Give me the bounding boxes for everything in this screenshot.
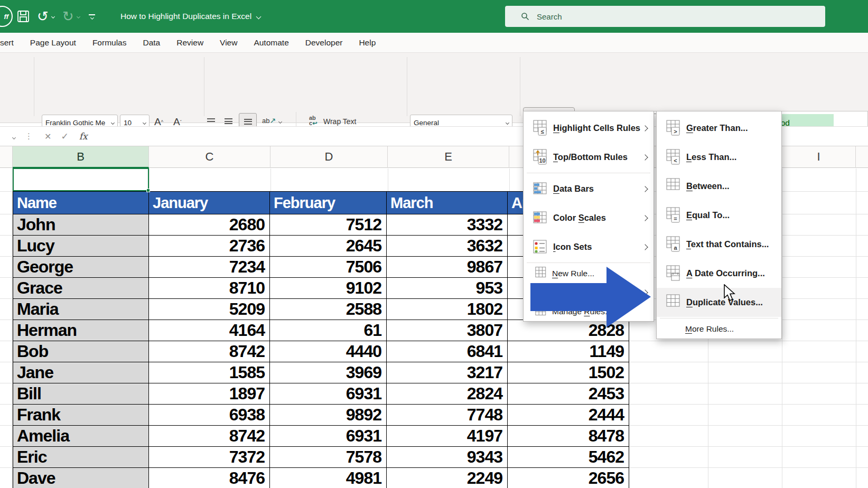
- value-cell[interactable]: 6931: [270, 383, 387, 405]
- value-cell[interactable]: 6841: [387, 341, 508, 362]
- name-cell[interactable]: Maria: [13, 299, 149, 320]
- name-cell[interactable]: Grace: [13, 278, 149, 299]
- name-cell[interactable]: Bob: [13, 341, 149, 362]
- menu-item-greater-than[interactable]: >Greater Than...: [657, 114, 781, 143]
- menu-item-color-scales[interactable]: Color Scales: [524, 203, 654, 232]
- value-cell[interactable]: 8478: [508, 426, 629, 447]
- menu-item-text-that-contains[interactable]: aText that Contains...: [657, 230, 781, 259]
- enter-icon[interactable]: ✓: [61, 131, 68, 142]
- undo-icon[interactable]: ↺: [37, 0, 49, 33]
- menu-tab-review[interactable]: Review: [176, 38, 203, 48]
- value-cell[interactable]: 7506: [270, 257, 387, 278]
- column-header-I[interactable]: I: [782, 146, 856, 168]
- value-cell[interactable]: 2645: [270, 236, 387, 257]
- value-cell[interactable]: 1502: [508, 362, 629, 383]
- value-cell[interactable]: 3217: [387, 362, 508, 383]
- menu-tab-view[interactable]: View: [220, 38, 237, 48]
- value-cell[interactable]: 9343: [387, 447, 508, 468]
- name-cell[interactable]: Herman: [13, 320, 149, 341]
- value-cell[interactable]: 9102: [270, 278, 387, 299]
- document-title[interactable]: How to Highlight Duplicates in Excel: [120, 0, 260, 33]
- menu-item-between[interactable]: Between...: [657, 172, 781, 201]
- value-cell[interactable]: 2249: [387, 468, 508, 488]
- value-cell[interactable]: 7372: [149, 447, 270, 468]
- menu-item-more-rules[interactable]: More Rules...: [657, 320, 781, 339]
- value-cell[interactable]: 2588: [270, 299, 387, 320]
- value-cell[interactable]: 8742: [149, 426, 270, 447]
- menu-tab-page-layout[interactable]: Page Layout: [30, 38, 76, 48]
- row-header-strip[interactable]: [0, 168, 13, 488]
- menu-item-duplicate-values[interactable]: Duplicate Values...: [657, 288, 781, 317]
- menu-item-equal-to[interactable]: =Equal To...: [657, 201, 781, 230]
- name-cell[interactable]: Jane: [13, 362, 149, 383]
- orientation-dropdown-icon[interactable]: [279, 120, 282, 123]
- value-cell[interactable]: 8742: [149, 341, 270, 362]
- name-cell[interactable]: Eric: [13, 447, 149, 468]
- search-input[interactable]: Search: [505, 6, 825, 27]
- value-cell[interactable]: 3632: [387, 236, 508, 257]
- value-cell[interactable]: 2444: [508, 405, 629, 426]
- column-header-C[interactable]: C: [149, 146, 270, 168]
- fill-handle[interactable]: [146, 189, 150, 192]
- value-cell[interactable]: 2453: [508, 383, 629, 405]
- formula-bar-grip-icon[interactable]: ⋮: [25, 132, 33, 141]
- table-header-march[interactable]: March: [387, 192, 508, 214]
- name-cell[interactable]: Frank: [13, 405, 149, 426]
- value-cell[interactable]: 2824: [387, 383, 508, 405]
- column-header-D[interactable]: D: [270, 146, 388, 168]
- menu-item-a-date-occurring[interactable]: A Date Occurring...: [657, 259, 781, 288]
- wrap-text-button[interactable]: Wrap Text: [323, 117, 357, 126]
- value-cell[interactable]: 1897: [149, 383, 270, 405]
- menu-tab-formulas[interactable]: Formulas: [92, 38, 127, 48]
- name-box-dropdown-icon[interactable]: [13, 132, 15, 141]
- table-header-february[interactable]: February: [270, 192, 387, 214]
- app-logo-icon[interactable]: ff: [0, 6, 13, 27]
- value-cell[interactable]: 953: [387, 278, 508, 299]
- name-cell[interactable]: Dave: [13, 468, 149, 488]
- column-header-B[interactable]: B: [13, 146, 149, 168]
- column-header-E[interactable]: E: [388, 146, 509, 168]
- name-cell[interactable]: Amelia: [13, 426, 149, 447]
- value-cell[interactable]: 8710: [149, 278, 270, 299]
- value-cell[interactable]: 8476: [149, 468, 270, 488]
- top-align-button[interactable]: [207, 118, 215, 124]
- table-header-january[interactable]: January: [149, 192, 270, 214]
- value-cell[interactable]: 4981: [270, 468, 387, 488]
- save-icon[interactable]: [17, 0, 30, 33]
- selected-cell-B1[interactable]: [13, 168, 149, 191]
- orientation-button[interactable]: ab↗: [262, 116, 276, 125]
- name-cell[interactable]: Lucy: [13, 236, 149, 257]
- menu-item-data-bars[interactable]: Data Bars: [524, 174, 654, 203]
- menu-item-highlight-cells-rules[interactable]: ≤Highlight Cells Rules: [524, 114, 654, 143]
- value-cell[interactable]: 2656: [508, 468, 629, 488]
- value-cell[interactable]: 2680: [149, 214, 270, 236]
- value-cell[interactable]: 4197: [387, 426, 508, 447]
- value-cell[interactable]: 61: [270, 320, 387, 341]
- value-cell[interactable]: 1585: [149, 362, 270, 383]
- value-cell[interactable]: 7512: [270, 214, 387, 236]
- menu-tab-developer[interactable]: Developer: [305, 38, 343, 48]
- value-cell[interactable]: 5209: [149, 299, 270, 320]
- redo-dropdown-icon[interactable]: [77, 0, 80, 33]
- value-cell[interactable]: 6938: [149, 405, 270, 426]
- value-cell[interactable]: 5462: [508, 447, 629, 468]
- value-cell[interactable]: 9867: [387, 257, 508, 278]
- value-cell[interactable]: 7748: [387, 405, 508, 426]
- menu-item-less-than[interactable]: <Less Than...: [657, 143, 781, 172]
- value-cell[interactable]: 3332: [387, 214, 508, 236]
- value-cell[interactable]: 9892: [270, 405, 387, 426]
- column-header-J[interactable]: J: [856, 146, 868, 168]
- value-cell[interactable]: 6931: [270, 426, 387, 447]
- table-header-name[interactable]: Name: [13, 192, 149, 214]
- value-cell[interactable]: 4440: [270, 341, 387, 362]
- value-cell[interactable]: 1149: [508, 341, 629, 362]
- name-cell[interactable]: George: [13, 257, 149, 278]
- customize-quick-access-icon[interactable]: [89, 0, 95, 33]
- select-all-corner[interactable]: [0, 146, 13, 168]
- redo-icon[interactable]: ↻: [62, 0, 74, 33]
- menu-tab-help[interactable]: Help: [359, 38, 376, 48]
- cancel-icon[interactable]: ✕: [44, 132, 51, 142]
- menu-tab-sert[interactable]: sert: [0, 38, 14, 48]
- value-cell[interactable]: 3969: [270, 362, 387, 383]
- name-cell[interactable]: Bill: [13, 383, 149, 405]
